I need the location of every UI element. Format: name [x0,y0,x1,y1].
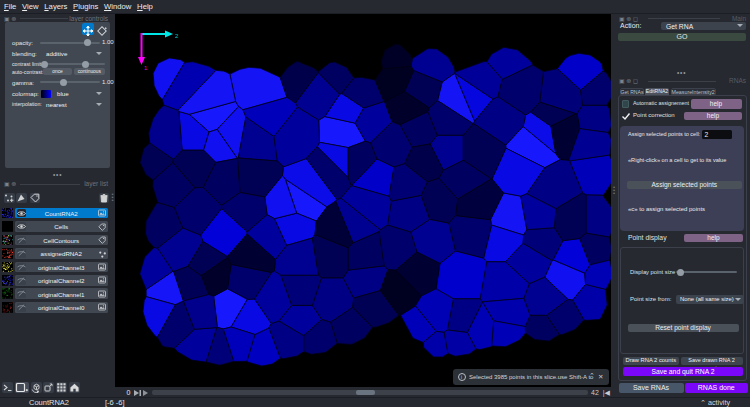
svg-text:1: 1 [144,65,148,71]
svg-text:2: 2 [175,33,179,39]
